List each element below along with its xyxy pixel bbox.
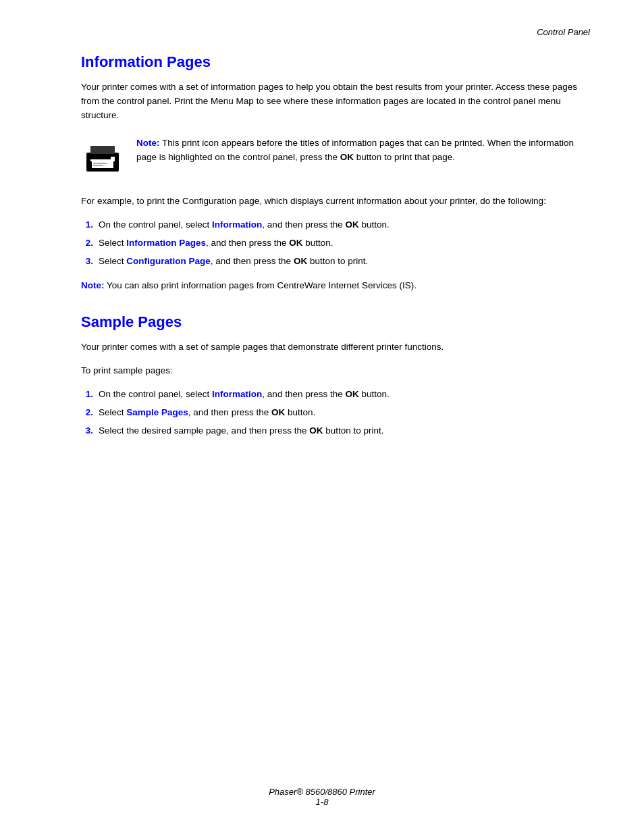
section1-example: For example, to print the Configuration … (81, 194, 590, 209)
svg-rect-6 (111, 157, 115, 159)
svg-rect-1 (90, 146, 115, 154)
list-item: 1. On the control panel, select Informat… (81, 388, 590, 402)
section2-sub-intro: To print sample pages: (81, 364, 590, 378)
section-sample-pages: Sample Pages Your printer comes with a s… (81, 313, 590, 438)
list-item: 2. Select Sample Pages, and then press t… (81, 406, 590, 420)
section1-steps: 1. On the control panel, select Informat… (81, 218, 590, 269)
header-top-right: Control Panel (81, 27, 590, 37)
link-information: Information (212, 219, 262, 230)
printer-icon (81, 138, 124, 181)
step-number: 2. (81, 236, 93, 251)
link-sample-pages: Sample Pages (126, 407, 188, 417)
note-box: Note: This print icon appears before the… (81, 136, 590, 181)
link-information-pages: Information Pages (126, 238, 206, 248)
section1-title: Information Pages (81, 53, 590, 71)
list-item: 3. Select Configuration Page, and then p… (81, 255, 590, 269)
step-text: Select the desired sample page, and then… (99, 424, 384, 438)
section2-title: Sample Pages (81, 313, 590, 331)
step-number: 1. (81, 218, 93, 232)
section1-bottom-note: Note: You can also print information pag… (81, 279, 590, 293)
note-label-1: Note: (136, 138, 160, 148)
section1-intro: Your printer comes with a set of informa… (81, 80, 590, 123)
step-text: On the control panel, select Information… (99, 218, 390, 232)
svg-rect-5 (93, 165, 103, 166)
footer: Phaser® 8560/8860 Printer 1-8 (0, 787, 644, 807)
section-information-pages: Information Pages Your printer comes wit… (81, 53, 590, 293)
page: Control Panel Information Pages Your pri… (0, 0, 644, 834)
list-item: 2. Select Information Pages, and then pr… (81, 236, 590, 251)
step-number: 3. (81, 255, 93, 269)
step-text: Select Information Pages, and then press… (99, 236, 333, 251)
step-text: Select Configuration Page, and then pres… (99, 255, 368, 269)
link-configuration-page: Configuration Page (126, 256, 211, 266)
section2-intro: Your printer comes with a set of sample … (81, 340, 590, 355)
note-label-2: Note: (81, 280, 105, 290)
svg-rect-4 (93, 163, 107, 164)
step-number: 3. (81, 424, 93, 438)
link-information-2: Information (212, 389, 262, 399)
step-text: On the control panel, select Information… (99, 388, 390, 402)
list-item: 3. Select the desired sample page, and t… (81, 424, 590, 438)
step-number: 1. (81, 388, 93, 402)
section2-steps: 1. On the control panel, select Informat… (81, 388, 590, 438)
step-text: Select Sample Pages, and then press the … (99, 406, 315, 420)
footer-line1: Phaser® 8560/8860 Printer (0, 787, 644, 797)
note-box-text: Note: This print icon appears before the… (136, 136, 590, 165)
svg-rect-2 (90, 159, 115, 161)
step-number: 2. (81, 406, 93, 420)
list-item: 1. On the control panel, select Informat… (81, 218, 590, 232)
footer-line2: 1-8 (0, 797, 644, 807)
